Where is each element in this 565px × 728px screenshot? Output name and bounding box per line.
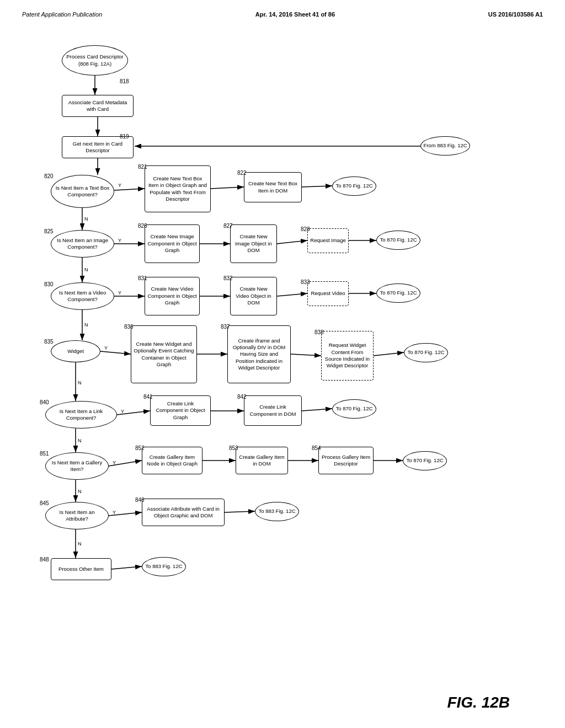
node-n26: Is Next Item an Attribute? bbox=[45, 502, 109, 529]
node-n9: Create New Image Object in DOM bbox=[230, 224, 277, 263]
label-845: 845 bbox=[40, 500, 49, 506]
node-n12: Create New Video Component in Object Gra… bbox=[145, 277, 200, 315]
page: Patent Application Publication Apr. 14, … bbox=[0, 0, 565, 728]
node-n25: Process Gallery Item Descriptor bbox=[318, 447, 374, 474]
label-826: 826 bbox=[138, 223, 147, 229]
node-n6: Create New Text Box Item in DOM bbox=[244, 172, 302, 202]
label-822: 822 bbox=[237, 170, 247, 176]
svg-line-25 bbox=[100, 351, 131, 354]
node-n_to883b: To 883 Fig. 12C bbox=[142, 557, 186, 576]
label-840: 840 bbox=[40, 399, 49, 405]
label-830: 830 bbox=[44, 281, 54, 287]
label-833: 833 bbox=[301, 279, 310, 285]
node-n2: Associate Card Metadata with Card bbox=[62, 95, 134, 117]
node-n_to870f: To 870 Fig. 12C bbox=[403, 451, 447, 470]
node-n20: Create Link Component in Object Graph bbox=[150, 395, 211, 426]
node-n21: Create Link Component in DOM bbox=[244, 395, 302, 426]
svg-line-21 bbox=[277, 293, 307, 296]
svg-line-38 bbox=[109, 461, 142, 466]
node-n_to870a: To 870 Fig. 12C bbox=[332, 176, 376, 196]
node-n28: Process Other Item bbox=[51, 558, 111, 580]
svg-line-7 bbox=[211, 187, 244, 189]
svg-line-45 bbox=[109, 512, 142, 516]
svg-line-8 bbox=[302, 186, 332, 187]
node-n27: Associate Attribute with Card in Object … bbox=[142, 499, 225, 526]
label-851: 851 bbox=[40, 451, 49, 457]
node-n3: Get next Item in Card Descriptor bbox=[62, 136, 134, 158]
node-n17: Create iframe and Optionally DIV in DOM … bbox=[227, 325, 291, 383]
header-patent-num: US 2016/103586 A1 bbox=[488, 11, 543, 18]
node-n_to870b: To 870 Fig. 12C bbox=[376, 231, 420, 250]
label-831: 831 bbox=[138, 275, 147, 281]
svg-line-29 bbox=[374, 352, 404, 356]
label-819: 819 bbox=[120, 133, 129, 140]
fig-label: FIG. 12B bbox=[447, 694, 510, 711]
svg-line-50 bbox=[111, 566, 142, 569]
svg-text:N: N bbox=[78, 438, 82, 443]
label-842: 842 bbox=[237, 394, 247, 400]
label-853: 853 bbox=[229, 445, 238, 451]
header: Patent Application Publication Apr. 14, … bbox=[22, 11, 543, 18]
label-827: 827 bbox=[223, 223, 233, 229]
label-825: 825 bbox=[44, 228, 54, 234]
label-838: 838 bbox=[315, 329, 324, 335]
node-n15: Widget bbox=[51, 340, 100, 362]
node-n24: Create Gallery Item in DOM bbox=[236, 447, 288, 474]
svg-line-14 bbox=[277, 240, 307, 244]
node-n10: Request Image bbox=[307, 228, 349, 253]
svg-text:Y: Y bbox=[118, 238, 121, 243]
label-841: 841 bbox=[143, 394, 153, 400]
node-n22: Is Next Item a Gallery Item? bbox=[45, 452, 109, 480]
node-n11: Is Next Item a Video Component? bbox=[51, 282, 114, 310]
label-837: 837 bbox=[221, 324, 230, 330]
label-846: 846 bbox=[135, 497, 145, 503]
node-n_to870c: To 870 Fig. 12C bbox=[376, 283, 420, 303]
svg-line-5 bbox=[114, 189, 145, 190]
diagram: Y N Y N Y bbox=[34, 29, 531, 624]
node-n5: Create New Text Box Item in Object Graph… bbox=[145, 165, 211, 212]
svg-text:Y: Y bbox=[113, 510, 116, 515]
label-836: 836 bbox=[124, 324, 134, 330]
label-854: 854 bbox=[312, 445, 321, 451]
node-n_from883: From 883 Fig. 12C bbox=[420, 136, 470, 156]
header-date-sheet: Apr. 14, 2016 Sheet 41 of 86 bbox=[255, 11, 335, 18]
label-828: 828 bbox=[301, 226, 310, 232]
label-818: 818 bbox=[120, 78, 129, 84]
node-n18: Request Widget Content From Source Indic… bbox=[321, 331, 374, 381]
label-832: 832 bbox=[223, 275, 233, 281]
svg-text:N: N bbox=[84, 216, 88, 222]
svg-line-32 bbox=[117, 411, 150, 415]
label-835: 835 bbox=[44, 339, 54, 345]
svg-text:Y: Y bbox=[104, 345, 108, 351]
node-n7: Is Next Item an Image Component? bbox=[51, 230, 114, 258]
svg-text:Y: Y bbox=[118, 183, 121, 188]
label-820: 820 bbox=[44, 173, 54, 179]
label-852: 852 bbox=[135, 445, 145, 451]
node-n4: Is Next Item a Text Box Component? bbox=[51, 175, 114, 208]
svg-text:N: N bbox=[78, 489, 82, 494]
svg-line-28 bbox=[291, 354, 321, 356]
svg-text:Y: Y bbox=[121, 409, 124, 414]
node-n23: Create Gallery Item Node in Object Graph bbox=[142, 447, 202, 474]
node-n16: Create New Widget and Optionally Event C… bbox=[131, 325, 197, 383]
svg-text:N: N bbox=[84, 322, 88, 328]
node-n_to870d: To 870 Fig. 12C bbox=[404, 343, 448, 362]
header-publication: Patent Application Publication bbox=[22, 11, 102, 18]
svg-text:Y: Y bbox=[118, 290, 121, 296]
svg-text:Y: Y bbox=[113, 460, 116, 465]
node-n1: Process Card Descriptor (808 Fig. 12A) bbox=[62, 45, 128, 76]
node-n8: Create New Image Component in Object Gra… bbox=[145, 224, 200, 263]
svg-text:N: N bbox=[78, 380, 82, 386]
label-848: 848 bbox=[40, 556, 49, 563]
node-n_to870e: To 870 Fig. 12C bbox=[332, 399, 376, 419]
label-821: 821 bbox=[138, 164, 147, 170]
node-n13: Create New Video Object in DOM bbox=[230, 277, 277, 315]
node-n_to883a: To 883 Fig. 12C bbox=[255, 502, 299, 521]
svg-text:N: N bbox=[78, 541, 82, 547]
node-n14: Request Video bbox=[307, 281, 349, 306]
node-n19: Is Next Item a Link Component? bbox=[45, 401, 117, 429]
svg-line-47 bbox=[225, 511, 255, 512]
svg-text:N: N bbox=[84, 267, 88, 272]
svg-line-35 bbox=[302, 409, 332, 411]
